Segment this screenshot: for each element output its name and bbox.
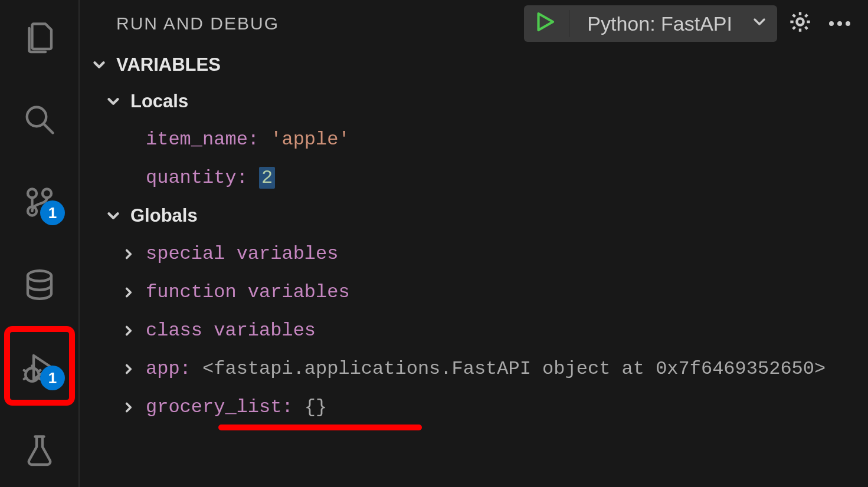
panel-more-button[interactable] [829, 21, 850, 26]
variable-name: quantity [146, 167, 237, 189]
scope-label: Locals [130, 91, 188, 112]
variable-name: special variables [146, 243, 338, 265]
beaker-icon [22, 432, 57, 468]
chevron-right-icon [121, 400, 136, 415]
svg-line-10 [24, 378, 26, 380]
scope-label: Globals [130, 205, 198, 226]
svg-point-12 [797, 18, 803, 25]
svg-line-1 [44, 124, 53, 133]
chevron-right-icon [121, 361, 136, 377]
svg-point-2 [28, 189, 37, 198]
svg-point-5 [28, 271, 51, 281]
activity-scm[interactable]: 1 [0, 182, 78, 223]
activity-testing[interactable] [0, 429, 78, 470]
variable-row[interactable]: class variables [80, 311, 868, 350]
svg-point-6 [25, 368, 39, 381]
play-icon [532, 9, 557, 34]
expand-chevron[interactable] [120, 323, 137, 338]
scope-globals-header[interactable]: Globals [80, 197, 868, 235]
variable-name: app [146, 358, 180, 380]
expand-chevron[interactable] [120, 285, 137, 300]
chevron-down-icon [90, 56, 108, 74]
chevron-down-icon [104, 207, 122, 225]
variable-value: <fastapi.applications.FastAPI object at … [202, 358, 826, 380]
chevron-right-icon [121, 323, 136, 338]
search-icon [22, 102, 57, 137]
chevron-right-icon [121, 285, 136, 300]
ellipsis-icon [829, 21, 850, 26]
expand-chevron[interactable] [120, 400, 137, 415]
svg-line-8 [24, 370, 26, 372]
run-debug-panel: RUN AND DEBUG Python: FastAPI [80, 0, 868, 487]
chevron-down-icon [750, 12, 769, 31]
chevron-right-icon [121, 246, 136, 262]
section-variables-label: VARIABLES [116, 54, 221, 75]
activity-bar: 1 1 [0, 0, 80, 487]
svg-line-9 [38, 370, 40, 372]
panel-top-actions [788, 9, 850, 38]
debug-config-name: Python: FastAPI [581, 12, 738, 35]
variable-name: class variables [146, 320, 316, 341]
start-debug-button[interactable] [532, 9, 557, 38]
scm-badge: 1 [40, 200, 65, 225]
debug-badge: 1 [40, 366, 65, 390]
activity-data[interactable] [0, 264, 78, 305]
section-variables-header[interactable]: VARIABLES [80, 47, 868, 83]
variable-row[interactable]: quantity: 2 [80, 159, 868, 197]
variable-name: function variables [146, 281, 350, 303]
debug-config-selector[interactable]: Python: FastAPI [524, 5, 777, 42]
chevron-down-icon [104, 93, 122, 110]
panel-header: RUN AND DEBUG Python: FastAPI [80, 0, 868, 47]
config-dropdown-chevron[interactable] [750, 12, 769, 35]
expand-chevron[interactable] [120, 361, 137, 377]
variable-row[interactable]: function variables [80, 273, 868, 311]
debug-settings-button[interactable] [788, 9, 813, 38]
divider [569, 10, 569, 37]
svg-point-4 [42, 189, 51, 198]
variable-value: 2 [259, 167, 275, 189]
variable-value: 'apple' [270, 129, 349, 150]
variable-row[interactable]: item_name: 'apple' [80, 120, 868, 159]
activity-explorer[interactable] [0, 17, 78, 58]
annotation-underline [218, 425, 422, 430]
scope-locals-header[interactable]: Locals [80, 83, 868, 120]
files-icon [22, 19, 57, 55]
gear-icon [788, 9, 813, 34]
activity-run-debug[interactable]: 1 [0, 347, 78, 388]
activity-search[interactable] [0, 99, 78, 140]
variable-name: item_name [146, 129, 248, 150]
variable-row[interactable]: grocery_list: {} [80, 388, 868, 426]
variable-name: grocery_list [146, 396, 281, 418]
panel-title: RUN AND DEBUG [97, 14, 524, 34]
variable-value: {} [304, 396, 327, 418]
expand-chevron[interactable] [120, 246, 137, 262]
database-icon [22, 267, 57, 302]
variable-row[interactable]: app: <fastapi.applications.FastAPI objec… [80, 350, 868, 388]
variable-row[interactable]: special variables [80, 235, 868, 273]
